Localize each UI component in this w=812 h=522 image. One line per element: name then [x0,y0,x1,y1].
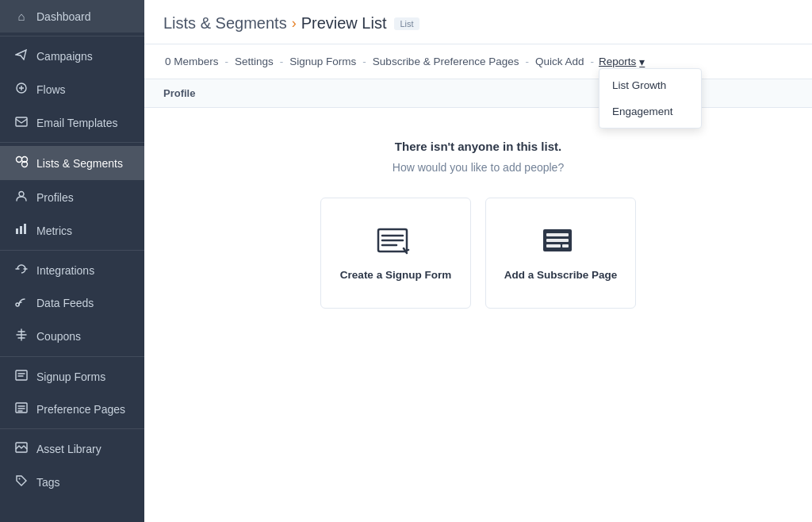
sidebar-item-signup-forms[interactable]: Signup Forms [0,360,144,393]
sidebar-divider-3 [0,250,144,251]
sidebar-divider-2 [0,142,144,143]
sidebar-item-metrics[interactable]: Metrics [0,214,144,247]
preference-pages-icon [14,402,29,416]
sidebar-divider-4 [0,356,144,357]
sidebar: ⌂ Dashboard Campaigns Flows Email Templa… [0,0,144,522]
sidebar-divider-5 [0,428,144,429]
sidebar-item-label: Data Feeds [36,297,94,309]
content-area: There isn't anyone in this list. How wou… [144,108,812,522]
signup-form-icon [375,226,416,258]
main-content: Lists & Segments › Preview List List 0 M… [144,0,812,522]
breadcrumb-current: Preview List [301,14,387,33]
sidebar-item-label: Email Templates [36,117,117,129]
sidebar-item-label: Tags [36,476,60,489]
asset-library-icon [14,442,29,455]
data-feeds-icon [14,296,29,309]
metrics-icon [14,224,29,237]
svg-point-2 [16,157,21,163]
add-subscribe-page-label: Add a Subscribe Page [504,269,618,281]
email-templates-icon [14,116,29,129]
profile-column-header: Profile [163,87,195,99]
svg-rect-19 [562,244,569,248]
lists-segments-icon [14,155,29,171]
nav-quick-add[interactable]: Quick Add [534,56,586,67]
sidebar-item-label: Campaigns [36,50,93,63]
sidebar-item-profiles[interactable]: Profiles [0,180,144,214]
list-type-badge: List [394,17,419,30]
breadcrumb: Lists & Segments › Preview List List [163,14,793,33]
svg-point-5 [19,192,24,197]
page-header: Lists & Segments › Preview List List [144,0,812,44]
sidebar-item-label: Profiles [36,191,74,204]
sidebar-item-label: Dashboard [36,10,91,23]
sub-navigation: 0 Members - Settings - Signup Forms - Su… [144,44,812,79]
reports-dropdown: List Growth Engagement [599,68,702,129]
sidebar-item-data-feeds[interactable]: Data Feeds [0,286,144,319]
sidebar-item-label: Flows [36,83,66,96]
sidebar-item-preference-pages[interactable]: Preference Pages [0,393,144,425]
sidebar-item-label: Coupons [36,330,81,343]
table-header: Profile [144,79,812,108]
sidebar-item-dashboard[interactable]: ⌂ Dashboard [0,0,144,33]
integrations-icon [14,263,29,277]
sidebar-item-label: Integrations [36,264,94,277]
svg-rect-18 [546,244,561,248]
profiles-icon [14,190,29,205]
dashboard-icon: ⌂ [14,10,29,23]
sidebar-item-flows[interactable]: Flows [0,72,144,106]
sidebar-divider-1 [0,36,144,36]
reports-chevron-icon: ▾ [639,56,645,68]
sidebar-item-campaigns[interactable]: Campaigns [0,40,144,72]
svg-rect-16 [546,233,569,236]
flows-icon [14,82,29,97]
breadcrumb-parent[interactable]: Lists & Segments [163,14,287,33]
tags-icon [14,474,29,489]
sidebar-item-label: Metrics [36,225,72,237]
coupons-icon [14,328,29,344]
nav-members[interactable]: 0 Members [163,56,220,67]
campaigns-icon [14,49,29,63]
empty-state-title: There isn't anyone in this list. [395,140,561,153]
action-cards-row: Create a Signup Form Add a Subscribe Pag… [320,198,636,309]
dropdown-item-list-growth[interactable]: List Growth [599,72,701,98]
dropdown-item-engagement[interactable]: Engagement [599,98,701,125]
sidebar-item-label: Lists & Segments [36,157,123,170]
sidebar-item-label: Signup Forms [36,370,105,383]
svg-rect-1 [16,117,27,126]
sidebar-item-label: Preference Pages [36,403,125,416]
svg-rect-17 [546,239,569,242]
create-signup-form-card[interactable]: Create a Signup Form [320,198,471,309]
breadcrumb-arrow: › [292,15,297,32]
sidebar-item-integrations[interactable]: Integrations [0,254,144,286]
signup-forms-icon [14,370,29,383]
empty-state-subtitle: How would you like to add people? [393,161,564,174]
sidebar-item-lists-segments[interactable]: Lists & Segments [0,146,144,180]
svg-rect-8 [24,224,26,234]
svg-point-13 [19,478,21,480]
nav-signup-forms[interactable]: Signup Forms [288,56,358,67]
reports-wrapper: Reports ▾ List Growth Engagement [599,56,645,68]
reports-label: Reports [599,56,636,67]
sidebar-item-email-templates[interactable]: Email Templates [0,106,144,139]
nav-subscribe-pages[interactable]: Subscribe & Preference Pages [371,56,521,67]
nav-reports[interactable]: Reports ▾ [599,56,645,68]
create-signup-form-label: Create a Signup Form [340,269,451,281]
sidebar-item-label: Asset Library [36,443,102,455]
add-subscribe-page-card[interactable]: Add a Subscribe Page [485,198,636,309]
sidebar-item-tags[interactable]: Tags [0,465,144,499]
nav-settings[interactable]: Settings [233,56,275,67]
svg-rect-10 [16,370,27,380]
svg-rect-6 [16,228,18,234]
sidebar-item-asset-library[interactable]: Asset Library [0,432,144,465]
subscribe-page-icon [540,226,581,258]
svg-rect-7 [20,226,22,234]
sidebar-item-coupons[interactable]: Coupons [0,319,144,353]
